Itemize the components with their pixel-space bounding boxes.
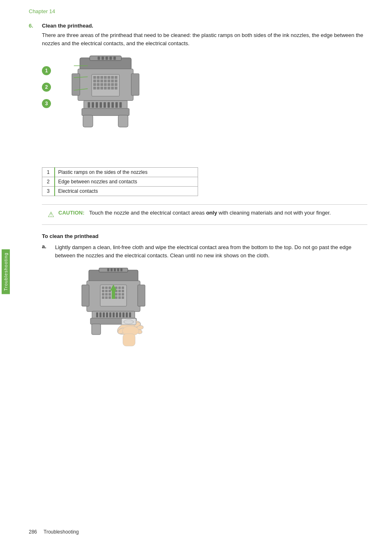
svg-rect-51 bbox=[118, 115, 128, 127]
svg-rect-119 bbox=[123, 334, 135, 346]
svg-rect-11 bbox=[93, 76, 96, 79]
svg-rect-78 bbox=[118, 290, 121, 292]
table-row: 3 Electrical contacts bbox=[42, 187, 198, 196]
svg-rect-105 bbox=[129, 312, 131, 317]
step-a-content: Lightly dampen a clean, lint-free cloth … bbox=[55, 243, 367, 363]
caution-label: CAUTION: bbox=[58, 210, 85, 216]
step-row: 6. Clean the printhead. There are three … bbox=[29, 23, 367, 367]
svg-rect-59 bbox=[114, 268, 116, 271]
svg-rect-87 bbox=[102, 296, 104, 299]
svg-rect-18 bbox=[93, 80, 96, 83]
svg-rect-60 bbox=[117, 268, 119, 271]
svg-rect-79 bbox=[122, 290, 124, 292]
table-cell-desc: Edge between nozzles and contacts bbox=[55, 177, 198, 187]
table-row: 1 Plastic ramps on the sides of the nozz… bbox=[42, 168, 198, 177]
svg-rect-2 bbox=[98, 57, 100, 60]
svg-rect-3 bbox=[101, 57, 104, 60]
step-a-label: a. bbox=[42, 243, 50, 363]
svg-rect-104 bbox=[126, 312, 128, 317]
footer: 286 Troubleshooting bbox=[12, 529, 392, 535]
step-description: There are three areas of the printhead t… bbox=[42, 31, 367, 47]
svg-rect-101 bbox=[116, 312, 118, 317]
svg-rect-48 bbox=[120, 102, 122, 107]
callout-1: 1 bbox=[42, 66, 51, 75]
svg-rect-26 bbox=[97, 83, 100, 86]
svg-rect-34 bbox=[100, 87, 103, 90]
svg-rect-50 bbox=[83, 115, 93, 127]
svg-rect-47 bbox=[115, 102, 118, 107]
svg-rect-21 bbox=[104, 80, 107, 83]
svg-rect-30 bbox=[111, 83, 114, 86]
svg-rect-24 bbox=[115, 80, 118, 83]
svg-rect-81 bbox=[105, 293, 108, 296]
caution-triangle-icon: ⚠ bbox=[48, 209, 54, 220]
table-row: 2 Edge between nozzles and contacts bbox=[42, 177, 198, 187]
sidebar: Troubleshooting bbox=[0, 0, 12, 543]
svg-rect-89 bbox=[108, 296, 111, 299]
svg-rect-100 bbox=[113, 312, 115, 317]
step-a-row: a. Lightly dampen a clean, lint-free clo… bbox=[42, 243, 367, 363]
svg-rect-91 bbox=[115, 296, 118, 299]
table-cell-num: 2 bbox=[42, 177, 55, 187]
callout-3: 3 bbox=[42, 99, 51, 108]
svg-rect-13 bbox=[100, 76, 103, 79]
step-number: 6. bbox=[29, 23, 37, 367]
svg-rect-44 bbox=[104, 102, 106, 107]
svg-rect-38 bbox=[115, 87, 118, 90]
svg-rect-20 bbox=[100, 80, 103, 83]
svg-rect-37 bbox=[111, 87, 114, 90]
svg-rect-23 bbox=[111, 80, 114, 83]
svg-rect-36 bbox=[108, 87, 111, 90]
svg-rect-74 bbox=[105, 290, 108, 292]
sidebar-label: Troubleshooting bbox=[2, 249, 10, 294]
svg-rect-49 bbox=[82, 109, 129, 116]
diagram-area: 1 2 3 bbox=[42, 54, 367, 161]
svg-rect-66 bbox=[102, 287, 104, 289]
svg-rect-58 bbox=[111, 268, 113, 271]
svg-rect-16 bbox=[111, 76, 114, 79]
svg-rect-73 bbox=[102, 290, 104, 292]
svg-rect-95 bbox=[96, 312, 98, 317]
svg-rect-19 bbox=[97, 80, 100, 83]
caution-box: ⚠ CAUTION: Touch the nozzle and the elec… bbox=[42, 204, 367, 225]
svg-rect-102 bbox=[119, 312, 121, 317]
svg-rect-57 bbox=[107, 268, 109, 271]
page-number: 286 bbox=[29, 529, 37, 535]
svg-rect-46 bbox=[111, 102, 114, 107]
svg-rect-4 bbox=[106, 57, 108, 60]
svg-rect-96 bbox=[99, 312, 101, 317]
svg-rect-67 bbox=[105, 287, 108, 289]
svg-rect-27 bbox=[100, 83, 103, 86]
footer-label: Troubleshooting bbox=[44, 529, 79, 535]
table-cell-num: 3 bbox=[42, 187, 55, 196]
svg-rect-43 bbox=[99, 102, 102, 107]
svg-rect-17 bbox=[115, 76, 118, 79]
svg-rect-97 bbox=[103, 312, 105, 317]
table-cell-desc: Electrical contacts bbox=[55, 187, 198, 196]
svg-rect-56 bbox=[99, 268, 128, 272]
sub-section-title: To clean the printhead bbox=[42, 233, 367, 239]
caution-text-before: Touch the nozzle and the electrical cont… bbox=[89, 210, 206, 216]
svg-rect-29 bbox=[108, 83, 111, 86]
svg-rect-45 bbox=[108, 102, 110, 107]
table-cell-desc: Plastic ramps on the sides of the nozzle… bbox=[55, 168, 198, 177]
svg-rect-12 bbox=[97, 76, 100, 79]
step-a-text: Lightly dampen a clean, lint-free cloth … bbox=[55, 244, 351, 259]
svg-rect-22 bbox=[108, 80, 111, 83]
svg-rect-40 bbox=[88, 102, 90, 107]
svg-rect-103 bbox=[122, 312, 125, 317]
svg-rect-82 bbox=[108, 293, 111, 296]
svg-rect-25 bbox=[93, 83, 96, 86]
svg-rect-84 bbox=[115, 293, 118, 296]
svg-rect-9 bbox=[131, 74, 139, 95]
svg-rect-14 bbox=[104, 76, 107, 79]
caution-bold: only bbox=[206, 210, 217, 216]
svg-rect-64 bbox=[138, 285, 145, 306]
step-title: Clean the printhead. bbox=[42, 23, 367, 29]
reference-table: 1 Plastic ramps on the sides of the nozz… bbox=[42, 167, 198, 196]
svg-rect-32 bbox=[93, 87, 96, 90]
svg-rect-41 bbox=[92, 102, 94, 107]
svg-rect-86 bbox=[122, 293, 124, 296]
svg-rect-33 bbox=[97, 87, 100, 90]
svg-rect-88 bbox=[105, 296, 108, 299]
